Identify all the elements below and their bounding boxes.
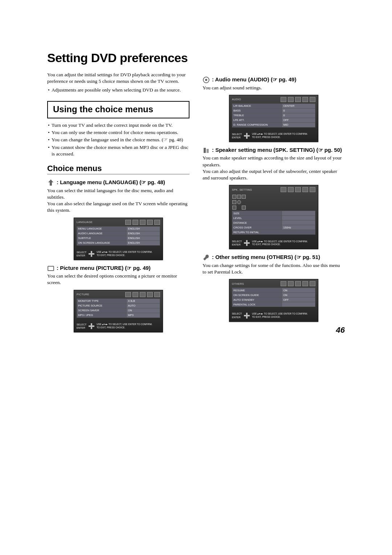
osd-hint: SELECTENTER USE ▴▾◂▸ TO SELECT, USE ENTE… — [232, 133, 315, 139]
hint-enter: ENTER — [232, 243, 242, 246]
page-number: 46 — [203, 325, 345, 335]
osd-cell: ON — [127, 308, 160, 313]
osd-cell: 0 — [282, 113, 315, 118]
osd-cell: 4:3LB — [127, 299, 160, 303]
hint-enter: ENTER — [77, 254, 86, 257]
intro-bullet: Adjustments are possible only when selec… — [47, 87, 189, 93]
speaker-icon — [203, 147, 210, 153]
osd-cell: LEVEL — [232, 216, 282, 220]
osd-tab-icon — [288, 187, 294, 192]
osd-title: LANGUAGE — [77, 220, 124, 224]
content-columns: You can adjust the initial settings for … — [47, 72, 345, 336]
osd-tab-icon — [140, 220, 146, 225]
osd-cell — [282, 216, 315, 220]
hint-select: SELECT — [232, 133, 242, 136]
wrench-icon — [203, 254, 210, 260]
osd-title: SPK. SETTING — [232, 188, 279, 191]
svg-point-2 — [205, 79, 207, 81]
osd-cell: MID — [282, 122, 315, 127]
osd-title: OTHERS — [232, 282, 279, 285]
hint-text: USE ▴▾◂▸ TO SELECT, USE ENTER TO CONFIRM… — [97, 323, 152, 325]
menu-heading-text: : Audio menu (AUDIO) (☞ pg. 49) — [212, 76, 296, 83]
language-desc1: You can select the initial languages for… — [47, 187, 189, 200]
dpad-icon — [89, 323, 94, 329]
osd-cell: RESUME — [232, 288, 282, 293]
osd-cell: ENGLISH — [127, 226, 160, 231]
osd-cell: AUTO — [127, 303, 160, 308]
hint-text: TO EXIT, PRESS CHOICE. — [97, 254, 125, 256]
osd-cell: MP3 / JPEG — [77, 313, 127, 317]
osd-table: RESUMEON ON SCREEN GUIDEON AUTO STANDBYO… — [232, 288, 315, 307]
osd-tab-icon — [154, 292, 160, 297]
osd-tab-icon — [125, 292, 131, 297]
osd-cell: ENGLISH — [127, 231, 160, 236]
osd-cell: MP3 — [127, 313, 160, 317]
using-bullet: You can only use the remote control for … — [47, 129, 189, 136]
using-bullet: You can change the language used in the … — [47, 137, 189, 143]
osd-cell: BASS — [232, 108, 282, 113]
audio-icon — [203, 76, 210, 83]
language-osd: LANGUAGE MENU LANGUAGEENGLISH AUDIO LANG… — [74, 218, 163, 260]
osd-cell: ON — [282, 288, 315, 293]
osd-cell: TREBLE — [232, 113, 282, 118]
using-bullet: Turn on your TV and select the correct i… — [47, 122, 189, 129]
right-column: : Audio menu (AUDIO) (☞ pg. 49) You can … — [203, 72, 345, 336]
osd-cell: ENGLISH — [127, 240, 160, 245]
manual-page: Setting DVD preferences You can adjust t… — [0, 0, 392, 351]
speaker-layout-icon — [232, 194, 246, 211]
hint-text: TO EXIT, PRESS CHOICE. — [97, 326, 125, 329]
osd-cell: MONITOR TYPE — [77, 299, 127, 303]
svg-rect-4 — [207, 149, 209, 153]
osd-hint: SELECTENTER USE ▴▾◂▸ TO SELECT, USE ENTE… — [232, 312, 315, 319]
osd-tab-icon — [310, 281, 315, 286]
osd-tab-icon — [310, 187, 315, 192]
osd-cell: L/R BALANCE — [232, 104, 282, 108]
osd-table: MONITOR TYPE4:3LB PICTURE SOURCEAUTO SCR… — [77, 299, 160, 318]
hint-select: SELECT — [232, 312, 242, 315]
audio-desc1: You can adjust sound settings. — [203, 85, 345, 91]
others-osd: OTHERS RESUMEON ON SCREEN GUIDEON AUTO S… — [229, 279, 318, 321]
menu-heading-text: : Speaker setting menu (SPK. SETTING) (☞… — [212, 146, 342, 154]
others-menu-heading: : Other setting menu (OTHERS) (☞ pg. 51) — [203, 254, 345, 261]
picture-icon — [47, 265, 54, 271]
osd-cell: ON SCREEN GUIDE — [232, 293, 282, 297]
osd-tab-icon — [154, 220, 160, 225]
dpad-icon — [244, 313, 250, 319]
using-bullet: You cannot show the choice menus when an… — [47, 144, 189, 157]
osd-cell: CROSS OVER — [232, 225, 282, 230]
osd-cell: DISTANCE — [232, 220, 282, 225]
osd-tab-icon — [147, 292, 153, 297]
osd-cell: MENU LANGUAGE — [77, 226, 127, 231]
osd-tab-icon — [281, 187, 286, 192]
dpad-icon — [244, 133, 250, 139]
left-column: You can adjust the initial settings for … — [47, 72, 189, 336]
osd-tab-icon — [140, 292, 146, 297]
spk-desc2: You can also adjust the output level of … — [203, 168, 345, 181]
osd-table: MENU LANGUAGEENGLISH AUDIO LANGUAGEENGLI… — [77, 226, 160, 246]
intro-notes: Adjustments are possible only when selec… — [47, 87, 189, 93]
picture-desc1: You can select the desired options conce… — [47, 273, 189, 286]
osd-hint: SELECTENTER USE ▴▾◂▸ TO SELECT, USE ENTE… — [232, 240, 315, 246]
osd-tab-icon — [132, 220, 138, 225]
osd-cell: RETURN TO INITIAL — [232, 230, 315, 235]
dpad-icon — [244, 240, 250, 246]
hint-text: USE ▴▾◂▸ TO SELECT, USE ENTER TO CONFIRM… — [252, 133, 308, 135]
osd-cell: PICTURE SOURCE — [77, 303, 127, 308]
osd-cell: 150Hz — [282, 225, 315, 230]
osd-tab-icon — [288, 281, 294, 286]
svg-rect-3 — [204, 148, 206, 153]
osd-hint: SELECTENTER USE ▴▾◂▸ TO SELECT, USE ENTE… — [77, 251, 160, 257]
spk-desc1: You can make speaker settings according … — [203, 155, 345, 168]
picture-osd: PICTURE MONITOR TYPE4:3LB PICTURE SOURCE… — [74, 290, 163, 332]
spk-osd: SPK. SETTING SIZE LEVEL DISTANCE CRO — [229, 185, 318, 249]
osd-cell: SIZE — [232, 211, 282, 216]
osd-cell: AUDIO LANGUAGE — [77, 231, 127, 236]
osd-cell: PARENTAL LOCK — [232, 302, 282, 307]
osd-cell: LFE ATT. — [232, 118, 282, 122]
osd-tab-icon — [295, 281, 301, 286]
osd-cell: OFF — [282, 297, 315, 302]
others-desc1: You can change settings for some of the … — [203, 262, 345, 275]
language-desc2: You can also select the language used on… — [47, 200, 189, 214]
hint-text: USE ▴▾◂▸ TO SELECT, USE ENTER TO CONFIRM… — [97, 251, 152, 253]
osd-cell: 0 — [282, 108, 315, 113]
